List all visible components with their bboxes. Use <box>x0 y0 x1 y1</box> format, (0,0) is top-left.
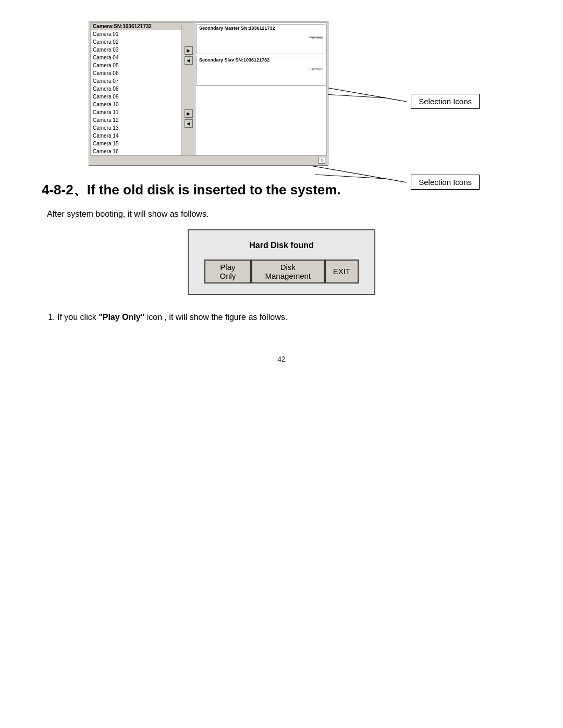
camera-list-item: Camera 11 <box>91 108 181 116</box>
bottom-bar: ⊙ <box>90 156 327 164</box>
icon-btn-3[interactable]: ▶ <box>185 109 193 118</box>
icons-column: ▶ ◀ ▶ ◀ <box>182 23 195 155</box>
camera-list-item: Camera 13 <box>91 124 181 132</box>
list-item-1: If you click "Play Only" icon , it will … <box>57 311 521 324</box>
svg-line-3 <box>315 175 386 179</box>
list-item-1-suffix: icon , it will show the figure as follow… <box>144 313 287 322</box>
list-item-1-prefix: If you click <box>57 313 99 322</box>
camera-list-item: Camera 04 <box>91 54 181 61</box>
screenshot-wrapper: Camera:SN:1036121732 Camera 01Camera 02C… <box>78 21 485 166</box>
camera-list-item: Camera 02 <box>91 38 181 46</box>
camera-list: Camera 01Camera 02Camera 03Camera 04Came… <box>91 30 181 155</box>
secondary-slave-box: Secondary Slav SN:1036121732 Format <box>197 56 325 86</box>
page-container: Camera:SN:1036121732 Camera 01Camera 02C… <box>0 0 563 728</box>
page-number: 42 <box>42 355 521 363</box>
bottom-icon[interactable]: ⊙ <box>319 157 325 164</box>
dialog-buttons: Play Only Disk Management EXIT <box>204 260 359 283</box>
play-only-button[interactable]: Play Only <box>204 260 251 283</box>
camera-list-item: Camera 15 <box>91 140 181 147</box>
dialog-box: Hard Disk found Play Only Disk Managemen… <box>188 229 375 295</box>
camera-panel-header: Camera:SN:1036121732 <box>91 23 181 30</box>
format-label-1: Format <box>310 35 323 40</box>
camera-list-item: Camera 01 <box>91 30 181 38</box>
camera-list-item: Camera 07 <box>91 77 181 85</box>
camera-list-item: Camera 10 <box>91 101 181 108</box>
dialog-title: Hard Disk found <box>204 241 359 250</box>
camera-list-item: Camera 05 <box>91 61 181 69</box>
selection-icons-label-1: Selection Icons <box>411 94 480 109</box>
secondary-master-box: Secondary Master SN:1036121732 Format <box>197 24 325 54</box>
camera-list-item: Camera 03 <box>91 46 181 54</box>
icon-btn-1[interactable]: ▶ <box>185 46 193 55</box>
secondary-master-header: Secondary Master SN:1036121732 <box>199 26 323 31</box>
right-panel: Secondary Master SN:1036121732 Format Se… <box>195 23 326 155</box>
camera-list-item: Camera 06 <box>91 69 181 77</box>
ui-window: Camera:SN:1036121732 Camera 01Camera 02C… <box>89 21 328 166</box>
format-label-2: Format <box>310 67 323 71</box>
icon-btn-2[interactable]: ◀ <box>185 56 193 65</box>
camera-list-item: Camera 16 <box>91 147 181 155</box>
intro-text: After system booting, it will show as fo… <box>47 209 521 219</box>
camera-list-item: Camera 12 <box>91 116 181 124</box>
secondary-slave-header: Secondary Slav SN:1036121732 <box>199 57 323 63</box>
numbered-list: If you click "Play Only" icon , it will … <box>57 311 521 324</box>
camera-list-item: Camera 09 <box>91 93 181 101</box>
icon-btn-4[interactable]: ◀ <box>185 119 193 128</box>
camera-list-panel: Camera:SN:1036121732 Camera 01Camera 02C… <box>91 23 182 155</box>
disk-management-button[interactable]: Disk Management <box>251 260 325 283</box>
selection-icons-label-2: Selection Icons <box>411 175 480 190</box>
camera-list-item: Camera 14 <box>91 132 181 140</box>
camera-list-item: Camera 08 <box>91 85 181 93</box>
exit-button[interactable]: EXIT <box>325 260 359 283</box>
list-item-1-bold: "Play Only" <box>99 313 144 322</box>
